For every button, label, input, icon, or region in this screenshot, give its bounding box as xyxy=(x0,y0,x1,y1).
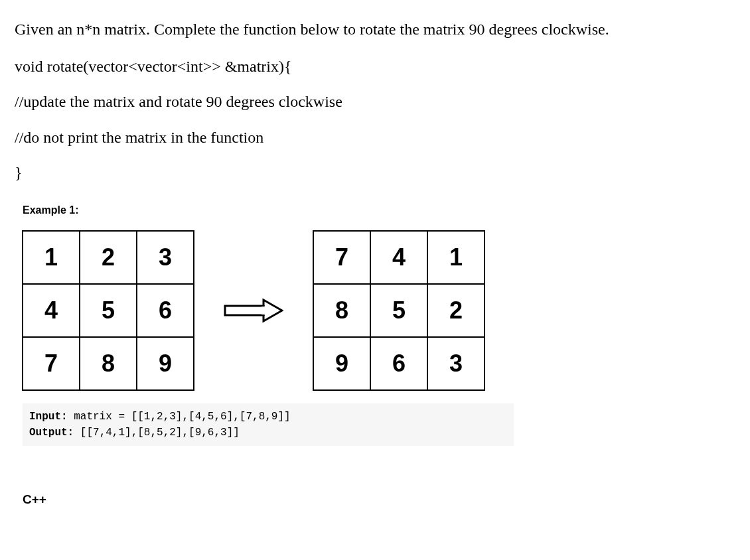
output-value: [[7,4,1],[8,5,2],[9,6,3]] xyxy=(74,427,240,439)
matrix-cell: 5 xyxy=(79,283,137,338)
matrix-cell: 5 xyxy=(370,283,428,338)
matrix-cell: 1 xyxy=(22,230,80,285)
matrix-cell: 4 xyxy=(370,230,428,285)
example-io-block: Input: matrix = [[1,2,3],[4,5,6],[7,8,9]… xyxy=(23,403,514,446)
input-label: Input: xyxy=(29,411,68,423)
matrix-cell: 8 xyxy=(313,283,371,338)
arrow-icon xyxy=(220,297,287,324)
example-output-line: Output: [[7,4,1],[8,5,2],[9,6,3]] xyxy=(29,425,507,441)
matrix-cell: 3 xyxy=(427,336,485,391)
matrix-cell: 6 xyxy=(370,336,428,391)
matrix-cell: 9 xyxy=(313,336,371,391)
function-signature: void rotate(vector<vector<int>> &matrix)… xyxy=(15,56,735,78)
example-input-line: Input: matrix = [[1,2,3],[4,5,6],[7,8,9]… xyxy=(29,409,507,425)
matrix-cell: 3 xyxy=(136,230,194,285)
language-label: C++ xyxy=(23,492,735,507)
code-comment-2: //do not print the matrix in the functio… xyxy=(15,127,735,149)
matrix-cell: 2 xyxy=(79,230,137,285)
svg-rect-0 xyxy=(225,306,263,315)
matrix-cell: 1 xyxy=(427,230,485,285)
matrix-cell: 8 xyxy=(79,336,137,391)
output-matrix: 7 4 1 8 5 2 9 6 3 xyxy=(313,231,485,390)
problem-description: Given an n*n matrix. Complete the functi… xyxy=(15,19,735,41)
matrices-row: 1 2 3 4 5 6 7 8 9 7 4 1 8 5 2 9 6 3 xyxy=(23,231,735,390)
example-label: Example 1: xyxy=(23,204,735,216)
matrix-cell: 4 xyxy=(22,283,80,338)
input-matrix: 1 2 3 4 5 6 7 8 9 xyxy=(23,231,194,390)
closing-brace: } xyxy=(15,162,735,184)
svg-rect-2 xyxy=(262,307,265,315)
input-value: matrix = [[1,2,3],[4,5,6],[7,8,9]] xyxy=(68,411,291,423)
svg-marker-1 xyxy=(263,300,282,321)
matrix-cell: 9 xyxy=(136,336,194,391)
matrix-cell: 7 xyxy=(313,230,371,285)
matrix-cell: 2 xyxy=(427,283,485,338)
matrix-cell: 6 xyxy=(136,283,194,338)
matrix-cell: 7 xyxy=(22,336,80,391)
code-comment-1: //update the matrix and rotate 90 degree… xyxy=(15,91,735,113)
output-label: Output: xyxy=(29,427,74,439)
